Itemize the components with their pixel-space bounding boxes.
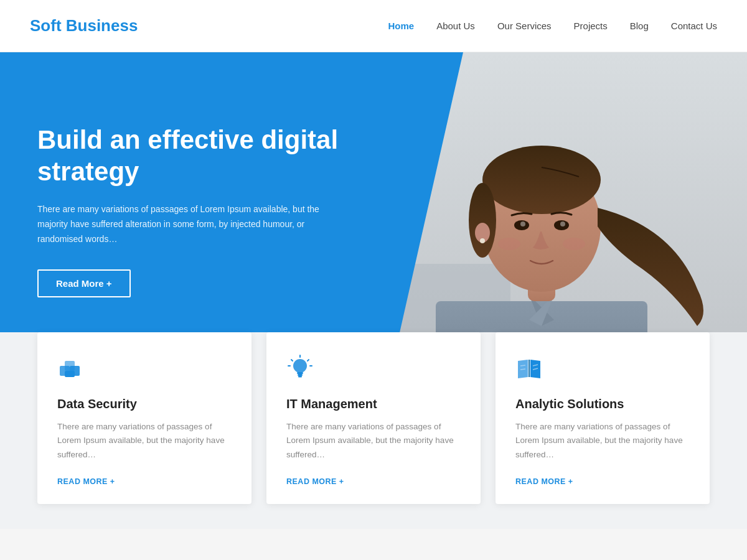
- svg-point-17: [563, 238, 585, 250]
- hero-cta-button[interactable]: Read More +: [37, 269, 131, 297]
- cards-grid: Data Security There are many variations …: [37, 332, 710, 504]
- svg-rect-24: [298, 374, 303, 376]
- card-2-link[interactable]: READ MORE +: [286, 477, 344, 486]
- hero-title: Build an effective digital strategy: [37, 124, 374, 187]
- svg-rect-25: [298, 376, 302, 378]
- hero-description: There are many variations of passages of…: [37, 202, 336, 246]
- card-3-link[interactable]: READ MORE +: [515, 477, 573, 486]
- svg-rect-21: [65, 371, 75, 377]
- cards-section: Data Security There are many variations …: [0, 332, 747, 529]
- header: Soft Business Home About Us Our Services…: [0, 0, 747, 52]
- svg-point-13: [560, 222, 565, 226]
- svg-line-35: [520, 369, 525, 370]
- svg-line-27: [291, 360, 293, 361]
- navigation: Home About Us Our Services Projects Blog…: [388, 21, 717, 31]
- svg-point-9: [469, 183, 496, 258]
- svg-point-15: [480, 238, 485, 243]
- it-management-icon: [286, 355, 461, 385]
- logo: Soft Business: [30, 16, 138, 35]
- card-3-title: Analytic Solutions: [515, 397, 690, 411]
- svg-line-28: [308, 360, 309, 361]
- card-1-link[interactable]: READ MORE +: [57, 477, 115, 486]
- svg-point-16: [498, 238, 520, 250]
- nav-blog[interactable]: Blog: [630, 21, 649, 31]
- card-analytic-solutions: Analytic Solutions There are many variat…: [496, 332, 710, 504]
- nav-services[interactable]: Our Services: [497, 21, 552, 31]
- svg-rect-23: [297, 372, 303, 374]
- card-3-desc: There are many variations of passages of…: [515, 420, 690, 462]
- card-2-title: IT Management: [286, 397, 461, 411]
- svg-point-12: [520, 222, 525, 226]
- nav-contact[interactable]: Contact Us: [671, 21, 717, 31]
- svg-point-8: [482, 146, 601, 214]
- svg-point-22: [293, 359, 307, 373]
- card-data-security: Data Security There are many variations …: [37, 332, 251, 504]
- nav-home[interactable]: Home: [388, 21, 414, 31]
- card-1-title: Data Security: [57, 397, 232, 411]
- nav-projects[interactable]: Projects: [574, 21, 608, 31]
- card-it-management: IT Management There are many variations …: [266, 332, 481, 504]
- data-security-icon: [57, 355, 232, 385]
- card-2-desc: There are many variations of passages of…: [286, 420, 461, 462]
- nav-about[interactable]: About Us: [436, 21, 475, 31]
- analytic-solutions-icon: [515, 355, 690, 385]
- card-1-desc: There are many variations of passages of…: [57, 420, 232, 462]
- svg-line-34: [520, 365, 525, 366]
